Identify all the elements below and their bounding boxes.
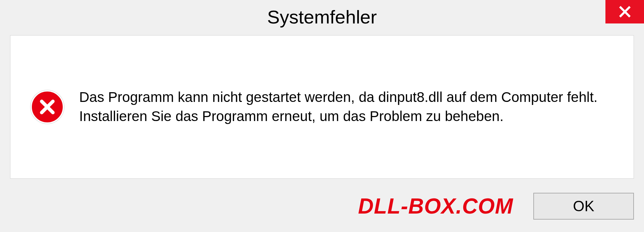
watermark-text: DLL-BOX.COM <box>358 194 514 219</box>
dialog-footer: DLL-BOX.COM OK <box>0 180 644 232</box>
dialog-title: Systemfehler <box>267 6 377 28</box>
error-icon <box>31 90 64 124</box>
title-bar: Systemfehler <box>0 0 644 34</box>
close-button[interactable] <box>605 0 644 23</box>
error-dialog: Systemfehler Das Programm kann nicht ges… <box>0 0 644 232</box>
error-message: Das Programm kann nicht gestartet werden… <box>79 88 613 126</box>
ok-button[interactable]: OK <box>533 193 634 220</box>
close-icon <box>619 5 631 18</box>
content-area: Das Programm kann nicht gestartet werden… <box>10 35 634 179</box>
